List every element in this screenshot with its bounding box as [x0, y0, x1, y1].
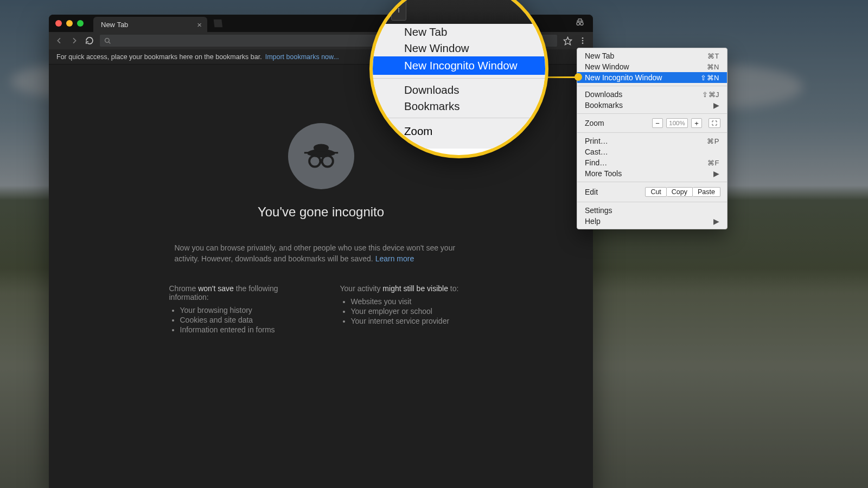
fullscreen-button[interactable]: [709, 118, 720, 128]
chrome-menu-button[interactable]: [578, 36, 588, 46]
import-bookmarks-link[interactable]: Import bookmarks now...: [265, 53, 339, 61]
new-tab-button[interactable]: [212, 17, 224, 29]
learn-more-link[interactable]: Learn more: [375, 254, 414, 263]
chrome-menu: New Tab ⌘T New Window ⌘N New Incognito W…: [577, 48, 727, 229]
mag-menu-bookmarks: Bookmarks: [369, 98, 548, 114]
menu-print[interactable]: Print… ⌘P: [577, 136, 727, 146]
incognito-indicator-icon: [575, 18, 585, 27]
reload-button[interactable]: [85, 36, 94, 46]
mag-menu-downloads: Downloads: [369, 82, 548, 98]
list-item: Cookies and site data: [180, 316, 302, 324]
svg-rect-8: [304, 152, 337, 153]
menu-new-window[interactable]: New Window ⌘N: [577, 61, 727, 72]
mag-menu-new-tab: New Tab: [369, 24, 548, 40]
tab-title: New Tab: [101, 21, 128, 29]
incognito-description: Now you can browse privately, and other …: [175, 242, 468, 265]
menu-help[interactable]: Help ▶: [577, 216, 727, 227]
chevron-right-icon: ▶: [713, 217, 719, 226]
menu-more-tools[interactable]: More Tools ▶: [577, 168, 727, 179]
list-item: Websites you visit: [351, 297, 473, 306]
incognito-hero-icon: [288, 123, 354, 189]
window-maximize-button[interactable]: [77, 20, 84, 27]
menu-new-incognito-window[interactable]: New Incognito Window ⇧⌘N: [577, 72, 727, 83]
mag-menu-new-window: New Window: [369, 40, 548, 56]
zoom-in-button[interactable]: +: [691, 118, 702, 128]
window-controls: [55, 20, 84, 27]
svg-point-0: [577, 22, 579, 25]
menu-zoom: Zoom − 100% +: [577, 117, 727, 130]
callout-dot: [575, 73, 582, 81]
svg-point-7: [313, 144, 328, 151]
incognito-heading: You've gone incognito: [258, 204, 384, 220]
tab-close-icon[interactable]: ×: [197, 21, 202, 29]
chevron-right-icon: ▶: [713, 169, 719, 178]
menu-settings[interactable]: Settings: [577, 205, 727, 216]
list-item: Your browsing history: [180, 306, 302, 314]
list-item: Your employer or school: [351, 307, 473, 316]
edit-copy-button[interactable]: Copy: [667, 187, 693, 197]
menu-bookmarks[interactable]: Bookmarks ▶: [577, 100, 727, 111]
edit-cut-button[interactable]: Cut: [645, 187, 666, 197]
svg-point-9: [309, 156, 320, 166]
forward-button[interactable]: [69, 36, 79, 46]
window-close-button[interactable]: [55, 20, 62, 27]
svg-point-5: [582, 40, 584, 42]
menu-cast[interactable]: Cast…: [577, 146, 727, 157]
svg-point-6: [582, 42, 584, 44]
bookmarks-hint: For quick access, place your bookmarks h…: [56, 53, 262, 61]
mag-menu-new-incognito: New Incognito Window: [369, 56, 548, 75]
svg-point-15: [398, 10, 399, 11]
menu-find[interactable]: Find… ⌘F: [577, 157, 727, 168]
callout-line: [545, 76, 578, 78]
svg-point-2: [105, 38, 110, 42]
svg-point-16: [398, 11, 399, 12]
svg-point-14: [398, 8, 399, 9]
menu-new-tab[interactable]: New Tab ⌘T: [577, 50, 727, 61]
browser-tab[interactable]: New Tab ×: [93, 17, 207, 32]
visible-to-column: Your activity might still be visible to:…: [340, 284, 473, 335]
wont-save-column: Chrome won't save the following informat…: [169, 284, 302, 335]
list-item: Your internet service provider: [351, 317, 473, 325]
mag-menu-zoom: Zoom: [404, 125, 432, 138]
edit-paste-button[interactable]: Paste: [693, 187, 720, 197]
bookmark-star-icon[interactable]: [563, 36, 572, 46]
svg-marker-3: [564, 37, 571, 44]
window-minimize-button[interactable]: [66, 20, 73, 27]
menu-downloads[interactable]: Downloads ⇧⌘J: [577, 89, 727, 100]
back-button[interactable]: [54, 36, 64, 46]
list-item: Information entered in forms: [180, 325, 302, 334]
svg-point-10: [322, 156, 333, 166]
zoom-value: 100%: [666, 118, 688, 128]
zoom-out-button[interactable]: −: [652, 118, 663, 128]
svg-point-1: [580, 22, 583, 25]
chevron-right-icon: ▶: [713, 101, 719, 110]
search-icon: [104, 37, 111, 44]
svg-point-4: [582, 37, 584, 39]
menu-edit: Edit Cut Copy Paste: [577, 185, 727, 199]
